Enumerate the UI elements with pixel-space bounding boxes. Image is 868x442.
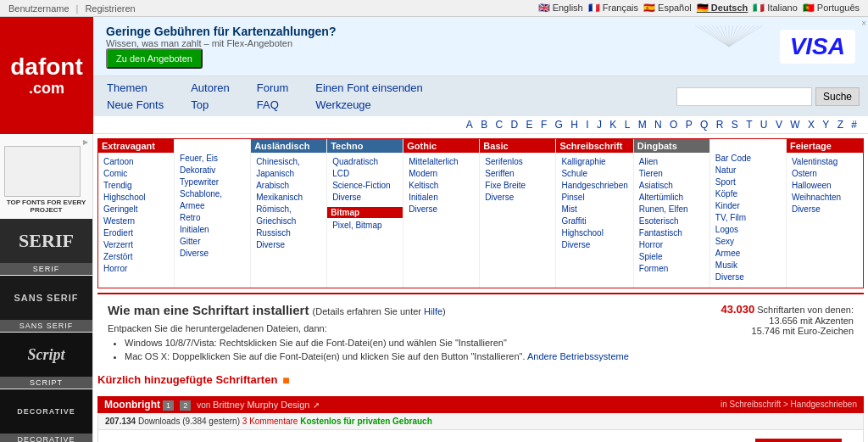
alpha-x[interactable]: X: [808, 119, 816, 131]
lang-fr[interactable]: 🇫🇷 Français: [588, 3, 638, 14]
cat-header-feiertage[interactable]: Feiertage: [787, 139, 863, 153]
cat-diverse-f[interactable]: Diverse: [792, 204, 858, 215]
cat-dekorativ[interactable]: Dekorativ: [180, 165, 245, 176]
cat-kopfe[interactable]: Köpfe: [715, 188, 781, 200]
nav-forum[interactable]: Forum: [252, 80, 294, 96]
comments-link-moonbright[interactable]: 3 Kommentare: [242, 417, 298, 426]
logo-area[interactable]: dafont .com: [0, 17, 93, 134]
cat-graffiti[interactable]: Graffiti: [561, 215, 627, 227]
cat-verzerrt[interactable]: Verzerrt: [103, 239, 169, 251]
search-input[interactable]: [676, 87, 812, 106]
cat-typewriter[interactable]: Typewriter: [180, 176, 245, 188]
cat-highschool-s[interactable]: Highschool: [561, 227, 627, 239]
cat-fixebreite[interactable]: Fixe Breite: [485, 180, 550, 192]
cat-modern[interactable]: Modern: [409, 168, 474, 180]
sidebar-item-script[interactable]: Script SCRIPT: [0, 333, 92, 389]
install-help-link[interactable]: Hilfe: [424, 306, 442, 316]
lang-it[interactable]: 🇮🇹 Italiano: [753, 3, 798, 14]
alpha-s[interactable]: S: [732, 119, 740, 131]
cat-valentinstag[interactable]: Valentinstag: [792, 156, 858, 168]
cat-diverse-d[interactable]: Diverse: [715, 271, 781, 283]
cat-romisch[interactable]: Römisch, Griechisch: [256, 204, 321, 227]
alpha-a[interactable]: A: [466, 119, 475, 131]
rss-icon[interactable]: ■: [282, 373, 289, 387]
cat-mist[interactable]: Mist: [561, 204, 627, 215]
alpha-i[interactable]: I: [586, 119, 590, 131]
search-button[interactable]: Suche: [815, 87, 860, 106]
nav-themen[interactable]: Themen: [102, 80, 169, 96]
cat-header-schreibschrift[interactable]: Schreibschrift: [556, 139, 632, 153]
alpha-h[interactable]: H: [570, 119, 580, 131]
cat-runen[interactable]: Runen, Elfen: [639, 204, 704, 215]
alpha-p[interactable]: P: [686, 119, 694, 131]
nav-werkzeuge[interactable]: Werkzeuge: [310, 97, 427, 113]
cat-tvfilm[interactable]: TV, Film: [715, 212, 781, 224]
alpha-w[interactable]: W: [790, 119, 801, 131]
lang-es[interactable]: 🇪🇸 Español: [643, 3, 692, 14]
cat-header-basic[interactable]: Basic: [480, 139, 555, 153]
cat-pinsel[interactable]: Pinsel: [561, 192, 627, 204]
cat-header-techno[interactable]: Techno: [327, 139, 403, 153]
cat-diverse-s[interactable]: Diverse: [561, 239, 627, 251]
alpha-c[interactable]: C: [496, 119, 505, 131]
cat-scifi[interactable]: Science-Fiction: [332, 180, 398, 192]
cat-serifenlos[interactable]: Serifenlos: [485, 156, 550, 168]
cat-halloween[interactable]: Halloween: [792, 180, 858, 192]
alpha-f[interactable]: F: [541, 119, 548, 131]
alpha-b[interactable]: B: [481, 119, 489, 131]
cat-musik[interactable]: Musik: [715, 260, 781, 271]
other-os-link[interactable]: Andere Betriebssysteme: [527, 351, 629, 361]
cat-chinesisch[interactable]: Chinesisch, Japanisch: [256, 156, 321, 180]
author-link-moonbright[interactable]: Brittney Murphy Design: [213, 400, 309, 410]
cat-lcd[interactable]: LCD: [332, 168, 398, 180]
nav-autoren[interactable]: Autoren: [186, 80, 235, 96]
nav-top[interactable]: Top: [186, 97, 235, 113]
cat-fantastisch[interactable]: Fantastisch: [639, 227, 704, 239]
cat-pixel[interactable]: Pixel, Bitmap: [332, 220, 398, 232]
lang-en[interactable]: 🇬🇧 English: [538, 3, 583, 14]
cat-spiele[interactable]: Spiele: [639, 251, 704, 263]
cat-formen[interactable]: Formen: [639, 263, 704, 275]
cat-header-extravagant[interactable]: Extravagant: [98, 139, 174, 153]
cat-diverse-ext[interactable]: Diverse: [180, 248, 245, 260]
cat-russisch[interactable]: Russisch: [256, 227, 321, 239]
alpha-m[interactable]: M: [638, 119, 648, 131]
cat-diverse-g[interactable]: Diverse: [409, 204, 474, 215]
cat-schule[interactable]: Schule: [561, 168, 627, 180]
cat-keltisch[interactable]: Keltisch: [409, 180, 474, 192]
cat-logos[interactable]: Logos: [715, 224, 781, 236]
cat-esoterisch[interactable]: Esoterisch: [639, 215, 704, 227]
cat-trendig[interactable]: Trendig: [103, 180, 169, 192]
cat-initialen-g[interactable]: Initialen: [409, 192, 474, 204]
alpha-q[interactable]: Q: [700, 119, 709, 131]
cat-highschool[interactable]: Highschool: [103, 192, 169, 204]
cat-gitter[interactable]: Gitter: [180, 236, 245, 248]
alpha-z[interactable]: Z: [837, 119, 845, 131]
alpha-t[interactable]: T: [746, 119, 754, 131]
lang-de[interactable]: 🇩🇪 Deutsch: [697, 3, 748, 14]
lang-pt[interactable]: 🇵🇹 Português: [803, 3, 860, 14]
cat-diverse-tech[interactable]: Diverse: [332, 192, 398, 204]
cat-diverse-aus[interactable]: Diverse: [256, 239, 321, 251]
cat-kalligraphie[interactable]: Kalligraphie: [561, 156, 627, 168]
alpha-hash[interactable]: #: [851, 119, 859, 131]
cat-ostern[interactable]: Ostern: [792, 168, 858, 180]
cat-tieren[interactable]: Tieren: [639, 168, 704, 180]
alpha-j[interactable]: J: [597, 119, 604, 131]
cat-barcode[interactable]: Bar Code: [715, 153, 781, 165]
alpha-k[interactable]: K: [609, 119, 618, 131]
cat-retro[interactable]: Retro: [180, 212, 245, 224]
cat-seriffen[interactable]: Seriffen: [485, 168, 550, 180]
cat-geringelt[interactable]: Geringelt: [103, 204, 169, 215]
sidebar-item-sans[interactable]: SANS SERIF SANS SERIF: [0, 276, 92, 333]
cat-feuer[interactable]: Feuer, Eis: [180, 153, 245, 165]
cat-sexy[interactable]: Sexy: [715, 236, 781, 248]
nav-faq[interactable]: FAQ: [252, 97, 294, 113]
cat-western[interactable]: Western: [103, 215, 169, 227]
cat-header-dingbats[interactable]: Dingbats: [634, 139, 709, 153]
cat-handgeschrieben[interactable]: Handgeschrieben: [561, 180, 627, 192]
cat-subheader-bitmap[interactable]: Bitmap: [327, 207, 403, 218]
cat-armee[interactable]: Armee: [715, 248, 781, 260]
cat-asiatisch[interactable]: Asiatisch: [639, 180, 704, 192]
download-button-moonbright[interactable]: Download: [755, 439, 842, 443]
